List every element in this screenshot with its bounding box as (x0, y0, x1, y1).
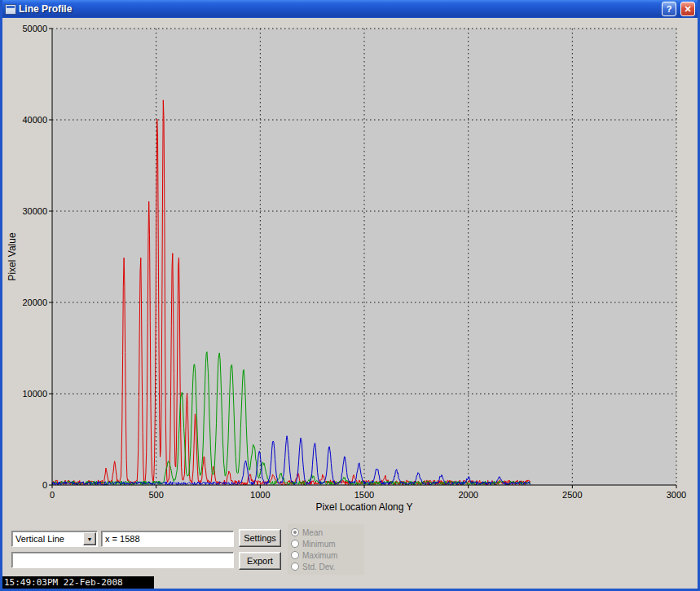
svg-text:1500: 1500 (354, 490, 374, 500)
position-input[interactable] (101, 531, 234, 547)
radio-std-dev[interactable]: Std. Dev. (291, 561, 361, 572)
statistic-radio-group: MeanMinimumMaximumStd. Dev. (288, 524, 364, 575)
radio-icon (291, 562, 299, 571)
help-button[interactable]: ? (662, 2, 676, 16)
settings-button[interactable]: Settings (239, 529, 281, 547)
svg-text:40000: 40000 (22, 115, 47, 125)
statusbar: 15:49:03PM 22-Feb-2008 (2, 576, 154, 589)
radio-label: Mean (302, 528, 323, 537)
line-profile-chart: 0500100015002000250030000100002000030000… (2, 18, 698, 525)
radio-icon (291, 540, 299, 548)
chevron-down-icon[interactable]: ▼ (83, 532, 96, 545)
dialog-body: 0500100015002000250030000100002000030000… (2, 18, 698, 589)
svg-text:0: 0 (42, 480, 47, 490)
svg-text:20000: 20000 (22, 298, 47, 307)
line-profile-window: Line Profile ? ✕ 05001000150020002500300… (0, 0, 700, 591)
radio-label: Minimum (302, 540, 336, 549)
svg-text:1000: 1000 (250, 490, 270, 500)
svg-text:50000: 50000 (22, 24, 47, 33)
svg-text:Pixel Location Along Y: Pixel Location Along Y (315, 501, 412, 513)
svg-text:Pixel Value: Pixel Value (7, 232, 18, 280)
window-icon (5, 4, 16, 15)
titlebar[interactable]: Line Profile ? ✕ (2, 0, 698, 18)
radio-label: Maximum (302, 551, 337, 560)
radio-icon (291, 528, 299, 536)
svg-text:2000: 2000 (458, 490, 478, 500)
export-button[interactable]: Export (239, 552, 281, 570)
window-title: Line Profile (19, 3, 658, 15)
svg-text:2500: 2500 (562, 490, 582, 500)
clock-text: 15:49:03PM 22-Feb-2008 (4, 577, 123, 588)
svg-text:3000: 3000 (667, 490, 686, 500)
svg-text:0: 0 (50, 490, 55, 500)
radio-label: Std. Dev. (302, 562, 335, 571)
radio-icon (291, 551, 299, 559)
radio-maximum[interactable]: Maximum (291, 549, 361, 561)
secondary-input[interactable] (11, 552, 234, 568)
svg-text:30000: 30000 (22, 206, 47, 216)
svg-text:10000: 10000 (22, 389, 47, 399)
close-button[interactable]: ✕ (680, 2, 695, 16)
radio-mean[interactable]: Mean (291, 527, 361, 538)
line-type-dropdown[interactable]: Vertical Line ▼ (11, 531, 98, 547)
radio-minimum[interactable]: Minimum (291, 538, 361, 549)
svg-text:500: 500 (148, 490, 163, 500)
line-type-value: Vertical Line (12, 534, 83, 544)
